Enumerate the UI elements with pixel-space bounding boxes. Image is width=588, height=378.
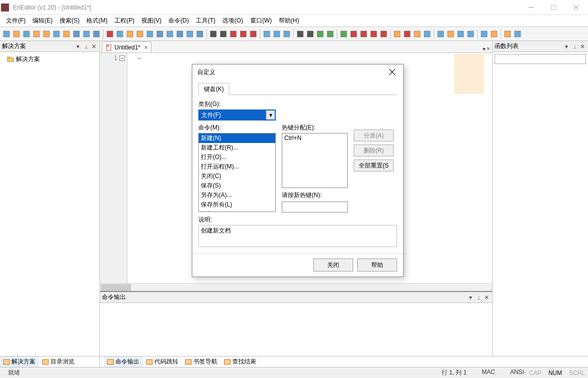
panel-dropdown-icon[interactable]: ▾	[467, 294, 474, 301]
menu-item[interactable]: 命令(D)	[165, 15, 192, 26]
toolbar-button[interactable]	[82, 30, 91, 38]
bottom-tab[interactable]: 查找结果	[221, 356, 260, 367]
panel-close-icon[interactable]: ✕	[90, 43, 97, 50]
toolbar-button[interactable]	[32, 30, 41, 38]
toolbar-button[interactable]	[369, 30, 378, 38]
function-search-input[interactable]	[495, 54, 586, 64]
command-item[interactable]: 打印(P)...	[199, 210, 275, 212]
menu-item[interactable]: 编辑(E)	[29, 15, 55, 26]
toolbar-button[interactable]	[513, 30, 522, 38]
toolbar-button[interactable]	[446, 30, 455, 38]
toolbar-button[interactable]	[155, 30, 164, 38]
reset-all-button[interactable]: 全部重置(S	[354, 160, 394, 172]
toolbar-button[interactable]	[175, 30, 184, 38]
dialog-help-btn[interactable]: 帮助	[357, 258, 397, 272]
panel-close-icon[interactable]: ✕	[483, 294, 490, 301]
panel-close-icon[interactable]: ✕	[579, 43, 586, 50]
command-item[interactable]: 保存所有(L)	[199, 200, 275, 210]
toolbar-button[interactable]	[12, 30, 21, 38]
solution-root-item[interactable]: 解决方案	[2, 54, 97, 64]
dialog-tab-keyboard[interactable]: 键盘(K)	[198, 83, 229, 95]
category-combo[interactable]: 文件(F) ▾	[198, 110, 276, 120]
command-item[interactable]: 保存(S)	[199, 181, 275, 190]
toolbar-button[interactable]	[326, 30, 335, 38]
command-item[interactable]: 打开(O)...	[199, 152, 275, 162]
panel-dropdown-icon[interactable]: ▾	[74, 43, 81, 50]
toolbar-button[interactable]	[306, 30, 315, 38]
toolbar-button[interactable]	[480, 30, 489, 38]
toolbar-button[interactable]	[185, 30, 194, 38]
toolbar-button[interactable]	[466, 30, 475, 38]
toolbar-button[interactable]	[72, 30, 81, 38]
toolbar-button[interactable]	[239, 30, 248, 38]
tab-close-icon[interactable]: ×	[144, 44, 148, 51]
toolbar-button[interactable]	[22, 30, 31, 38]
toolbar-button[interactable]	[62, 30, 71, 38]
assign-button[interactable]: 分派(A)	[354, 130, 394, 142]
toolbar-button[interactable]	[490, 30, 499, 38]
bottom-tab[interactable]: 解决方案	[0, 356, 39, 367]
output-body[interactable]	[100, 303, 492, 356]
toolbar-button[interactable]	[393, 30, 402, 38]
toolbar-button[interactable]	[413, 30, 422, 38]
toolbar-button[interactable]	[219, 30, 228, 38]
toolbar-button[interactable]	[2, 30, 11, 38]
menu-item[interactable]: 选项(O)	[219, 15, 246, 26]
menu-item[interactable]: 文件(F)	[3, 15, 28, 26]
toolbar-button[interactable]	[282, 30, 291, 38]
toolbar-button[interactable]	[92, 30, 101, 38]
toolbar-button[interactable]	[423, 30, 432, 38]
command-item[interactable]: 关闭(C)	[199, 172, 275, 181]
toolbar-button[interactable]	[145, 30, 154, 38]
panel-pin-icon[interactable]: ⟂	[82, 43, 89, 50]
toolbar-button[interactable]	[229, 30, 238, 38]
menu-item[interactable]: 帮助(H)	[276, 15, 302, 26]
bottom-tab[interactable]: 书签导航	[182, 356, 221, 367]
toolbar-button[interactable]	[165, 30, 174, 38]
maximize-button[interactable]	[542, 0, 565, 14]
toolbar-button[interactable]	[436, 30, 445, 38]
minimize-button[interactable]	[520, 0, 542, 14]
command-item[interactable]: 新建工程(R)...	[199, 143, 275, 152]
toolbar-button[interactable]	[125, 30, 134, 38]
hotkey-item[interactable]: Ctrl+N	[284, 134, 345, 142]
panel-dropdown-icon[interactable]: ▾	[563, 43, 570, 50]
command-item[interactable]: 新建(N)	[199, 134, 275, 143]
bottom-tab[interactable]: 代码跳转	[143, 356, 182, 367]
toolbar-button[interactable]	[379, 30, 388, 38]
toolbar-button[interactable]	[135, 30, 144, 38]
h-scrollbar[interactable]	[100, 283, 492, 291]
close-window-button[interactable]	[565, 0, 587, 14]
toolbar-button[interactable]	[195, 30, 204, 38]
toolbar-button[interactable]	[262, 30, 271, 38]
toolbar-button[interactable]	[272, 30, 281, 38]
editor-tab[interactable]: Untitled1* ×	[102, 42, 151, 52]
menu-item[interactable]: 搜索(S)	[56, 15, 82, 26]
command-item[interactable]: 打开远程(M)...	[199, 162, 275, 172]
dialog-close-button[interactable]	[386, 66, 398, 78]
toolbar-button[interactable]	[456, 30, 465, 38]
menu-item[interactable]: 工程(P)	[111, 15, 137, 26]
new-hotkey-input[interactable]	[282, 202, 348, 212]
toolbar-button[interactable]	[349, 30, 358, 38]
bottom-tab[interactable]: 目录浏览	[39, 356, 78, 367]
toolbar-button[interactable]	[105, 30, 114, 38]
menu-item[interactable]: 窗口(W)	[247, 15, 275, 26]
toolbar-button[interactable]	[42, 30, 51, 38]
menu-item[interactable]: 格式(M)	[83, 15, 110, 26]
toolbar-button[interactable]	[403, 30, 412, 38]
tabs-dropdown-icon[interactable]: ▾	[483, 46, 486, 52]
toolbar-button[interactable]	[359, 30, 368, 38]
dialog-close-btn[interactable]: 关闭	[313, 258, 353, 272]
toolbar-button[interactable]	[209, 30, 218, 38]
toolbar-button[interactable]	[249, 30, 258, 38]
toolbar-button[interactable]	[115, 30, 124, 38]
panel-pin-icon[interactable]: ⟂	[571, 43, 578, 50]
command-item[interactable]: 另存为(A)...	[199, 190, 275, 200]
menu-item[interactable]: 视图(V)	[138, 15, 164, 26]
tabs-close-icon[interactable]: ×	[487, 46, 490, 52]
commands-listbox[interactable]: 新建(N)新建工程(R)...打开(O)...打开远程(M)...关闭(C)保存…	[198, 133, 276, 212]
minimap[interactable]	[454, 54, 484, 94]
delete-button[interactable]: 删除(R)	[354, 144, 394, 156]
menu-item[interactable]: 工具(T)	[193, 15, 218, 26]
